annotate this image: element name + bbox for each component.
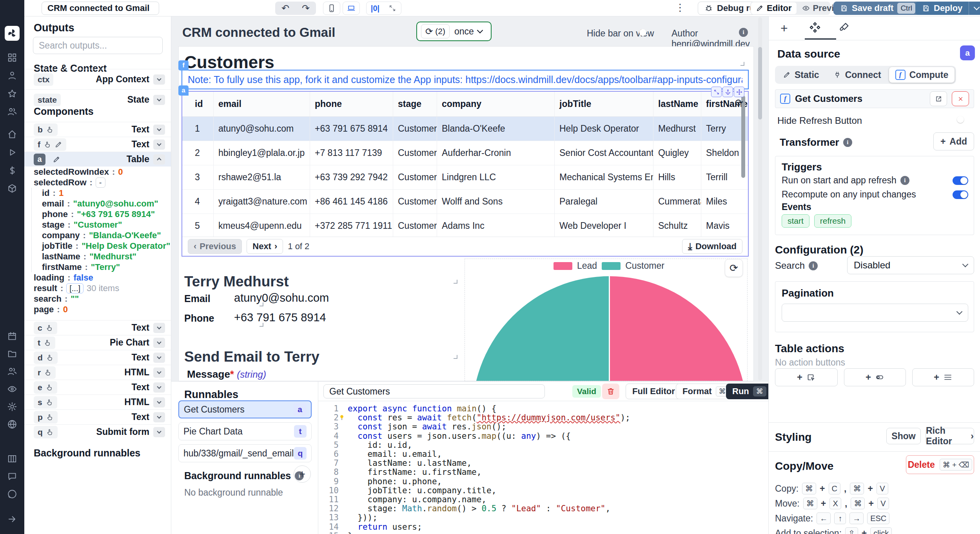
rail-play-icon[interactable] (7, 147, 17, 157)
code-line[interactable]: stage: Math.random() > 0.5 ? "Lead" : "C… (348, 504, 610, 513)
add-background-runnable-button[interactable]: + (294, 465, 311, 483)
column-header-lastName[interactable]: lastName (653, 92, 701, 116)
code-line[interactable]: const res = await fetch("https://dummyjs… (348, 413, 630, 422)
runnable-item[interactable]: Pie Chart Datat (178, 422, 312, 440)
rail-chat-icon[interactable] (7, 471, 17, 482)
component-row-t[interactable]: tPie Chart (24, 335, 171, 350)
desktop-view-button[interactable] (343, 2, 360, 15)
windmill-logo[interactable] (5, 26, 20, 41)
chevron-down-icon[interactable] (153, 427, 165, 437)
output-tree-row[interactable]: result:[...]30 items (24, 283, 171, 293)
align-center-icon[interactable]: |0| (367, 4, 384, 13)
component-settings-tab[interactable] (809, 21, 821, 34)
rail-arrow-right-icon[interactable] (7, 514, 17, 524)
output-tree-row[interactable]: id:1 (31, 188, 171, 198)
info-icon[interactable] (900, 176, 909, 185)
chevron-down-icon[interactable] (153, 412, 165, 422)
output-tree-row[interactable]: jobTitle:"Help Desk Operator" (31, 241, 171, 251)
code-line[interactable]: } (348, 532, 353, 534)
resize-handle[interactable] (740, 62, 744, 66)
clear-runnable-icon[interactable] (952, 91, 969, 106)
add-table-action-button[interactable]: + (912, 368, 974, 386)
deploy-button[interactable]: Deploy (915, 2, 980, 15)
component-row-r[interactable]: rHTML (24, 365, 171, 380)
chevron-down-icon[interactable] (153, 367, 165, 378)
table-row[interactable]: 5kmeus4@upenn.edu+372 285 771 1911Custom… (182, 214, 748, 238)
code-line[interactable]: firstName: u.firstName, (348, 468, 481, 477)
tab-static[interactable]: Static (777, 67, 826, 83)
code-line[interactable]: company: u.company.name, (348, 495, 486, 504)
chevron-down-icon[interactable] (153, 353, 165, 363)
component-row-f[interactable]: fText (24, 137, 171, 152)
table-row[interactable]: 1atuny0@sohu.com+63 791 675 8914Customer… (182, 117, 748, 141)
output-tree-row[interactable]: selectedRowIndex:0 (24, 167, 171, 177)
insert-component-tab[interactable]: + (780, 21, 788, 36)
rail-calendar-icon[interactable] (7, 331, 17, 341)
rail-dollar-icon[interactable] (7, 165, 17, 176)
tab-editor[interactable]: Editor (751, 2, 797, 14)
output-tree-row[interactable]: phone:"+63 791 675 8914" (31, 209, 171, 219)
author-info-icon[interactable] (739, 28, 748, 37)
component-row-d[interactable]: dText (24, 350, 171, 365)
component-row-s[interactable]: sHTML (24, 395, 171, 409)
chevron-down-icon[interactable] (153, 74, 165, 85)
code-line[interactable]: })); (348, 513, 377, 522)
info-icon[interactable] (809, 261, 818, 270)
table-row[interactable]: 4yraigatt3@nature.com+86 461 145 4186Cus… (182, 190, 748, 214)
tab-connect[interactable]: Connect (827, 67, 887, 83)
code-line[interactable]: phone: u.phone, (348, 477, 442, 486)
move-component-icon[interactable] (734, 87, 744, 97)
mobile-view-button[interactable] (323, 2, 340, 15)
output-tree-row[interactable]: firstName:"Terry" (31, 262, 171, 272)
output-tree-row[interactable]: lastName:"Medhurst" (31, 251, 171, 262)
undo-icon[interactable]: ↶ (281, 3, 289, 14)
chevron-up-icon[interactable] (153, 154, 165, 165)
column-header-stage[interactable]: stage (393, 92, 437, 116)
tab-compute[interactable]: Compute (889, 67, 955, 83)
chevron-down-icon[interactable] (153, 338, 165, 348)
search-outputs-input[interactable] (33, 37, 163, 54)
chart-refresh-button[interactable]: ⟳ (725, 259, 743, 277)
table-refresh-icon[interactable]: ⟳ (735, 97, 743, 109)
styling-tab[interactable] (838, 21, 850, 33)
frequency-dropdown[interactable]: once (454, 26, 482, 37)
previous-page-button[interactable]: ‹ Previous (188, 239, 242, 254)
output-tree-row[interactable]: company:"Blanda-O'Keefe" (31, 230, 171, 241)
chevron-down-icon[interactable] (153, 139, 165, 150)
canvas-scrollbar[interactable] (758, 17, 762, 380)
anchor-icon[interactable] (722, 87, 733, 97)
component-row-p[interactable]: pText (24, 409, 171, 424)
rail-github-icon[interactable] (7, 489, 17, 499)
app-title-input[interactable] (42, 2, 159, 15)
rail-home-icon[interactable] (7, 129, 17, 139)
rail-globe-icon[interactable] (7, 419, 17, 429)
column-header-jobTitle[interactable]: jobTitle (555, 92, 653, 116)
code-line[interactable]: const users = json.users.map((u: any) =>… (348, 432, 571, 441)
next-page-button[interactable]: Next › (247, 239, 283, 254)
runnable-item[interactable]: Get Customersa (178, 400, 312, 418)
runnable-item[interactable]: hub/338/gmail/_send_emailq (178, 444, 312, 462)
rail-columns-icon[interactable] (7, 454, 17, 464)
rail-cube-icon[interactable] (7, 183, 17, 194)
rail-folder-icon[interactable] (7, 349, 17, 359)
resize-handle[interactable] (260, 302, 263, 306)
refresh-count-button[interactable]: ⟳(2) (421, 24, 450, 38)
output-tree-row[interactable]: stage:"Customer" (31, 219, 171, 230)
trigger-toggle[interactable] (953, 176, 968, 185)
deploy-dropdown[interactable] (969, 2, 980, 15)
column-header-phone[interactable]: phone (310, 92, 393, 116)
code-line[interactable]: return users; (348, 523, 422, 532)
rail-gear-icon[interactable] (7, 402, 17, 412)
add-table-action-button[interactable]: + (775, 368, 838, 386)
runnable-name-input[interactable] (323, 384, 545, 398)
output-tree-row[interactable]: search:"" (24, 293, 171, 304)
component-tag-f[interactable]: f (178, 60, 189, 71)
code-line[interactable]: email: u.email, (348, 450, 442, 459)
chevron-down-icon[interactable] (153, 125, 165, 135)
output-tree-row[interactable]: loading:false (24, 272, 171, 283)
search-config-select[interactable]: Disabled (847, 256, 974, 274)
fullscreen-icon[interactable] (384, 4, 401, 12)
pagination-select[interactable] (782, 304, 968, 322)
kebab-menu-icon[interactable]: ⋮ (675, 2, 685, 14)
rich-editor-button[interactable]: Rich Editor › (926, 428, 974, 444)
